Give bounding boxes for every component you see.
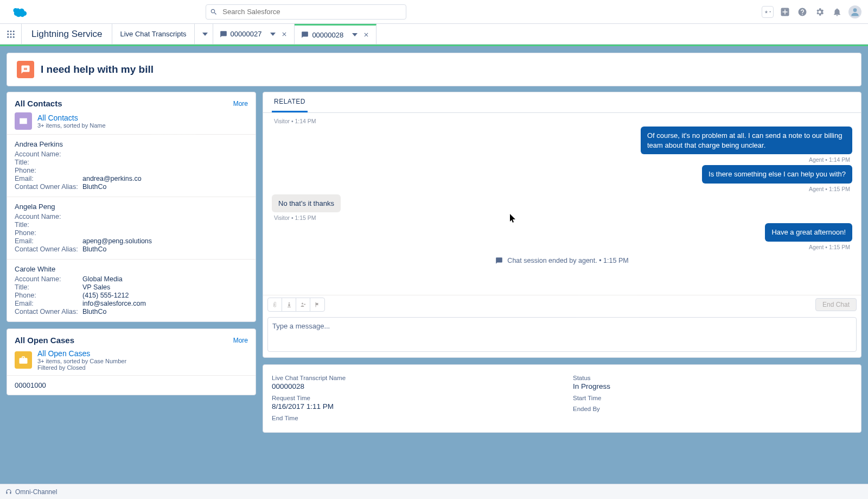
utility-item-omni[interactable]: Omni-Channel: [15, 488, 57, 496]
svg-point-10: [12, 36, 14, 37]
contact-name: Angela Peng: [15, 203, 248, 211]
cases-sub-title[interactable]: All Open Cases: [37, 349, 126, 358]
tab-related[interactable]: RELATED: [272, 92, 308, 112]
chat-message: Is there something else I can help you w…: [272, 165, 852, 184]
chat-meta: Agent • 1:14 PM: [272, 156, 850, 163]
global-search: [206, 4, 406, 20]
detail-label: Request Time: [272, 395, 551, 401]
notifications-bell-icon[interactable]: [831, 6, 843, 18]
app-launcher-icon[interactable]: [0, 24, 22, 44]
search-input[interactable]: [206, 4, 406, 20]
transcript-details: Live Chat Transcript Name00000028Request…: [263, 364, 861, 433]
session-end-text: Chat session ended by agent. • 1:15 PM: [507, 257, 628, 264]
detail-value: 8/16/2017 1:11 PM: [272, 402, 551, 410]
help-icon[interactable]: [796, 6, 808, 18]
more-link[interactable]: More: [233, 100, 248, 108]
svg-point-6: [10, 33, 11, 35]
salesforce-logo: [10, 5, 28, 18]
chat-message: No that's it thanks: [272, 194, 852, 213]
all-contacts-card: All Contacts More All Contacts 3+ items,…: [7, 92, 256, 322]
all-open-cases-card: All Open Cases More All Open Cases 3+ it…: [7, 329, 256, 395]
nav-dropdown[interactable]: [195, 24, 213, 44]
chat-ended-icon: [495, 257, 503, 264]
search-icon: [210, 8, 218, 16]
contact-name: Carole White: [15, 265, 248, 273]
svg-point-4: [12, 30, 14, 32]
detail-label: Status: [573, 375, 852, 381]
svg-point-1: [853, 8, 857, 12]
workspace-tab-00000027[interactable]: 00000027: [213, 24, 295, 44]
detail-label: Start Time: [573, 395, 852, 401]
setup-gear-icon[interactable]: [814, 6, 826, 18]
chat-meta: Agent • 1:15 PM: [272, 186, 850, 192]
workspace-tab-00000028[interactable]: 00000028: [295, 24, 376, 44]
chat-icon: [220, 30, 227, 38]
svg-point-8: [7, 36, 9, 37]
favorites-button[interactable]: [762, 6, 774, 18]
user-avatar[interactable]: [848, 5, 861, 18]
flag-icon[interactable]: [310, 298, 324, 311]
chevron-down-icon[interactable]: [352, 32, 358, 37]
contact-block[interactable]: Angela Peng Account Name: Title: Phone: …: [7, 197, 256, 259]
detail-value: In Progress: [573, 382, 852, 390]
svg-point-9: [10, 36, 11, 37]
card-title: All Open Cases: [15, 336, 74, 345]
close-icon[interactable]: [363, 31, 369, 38]
global-header: [0, 0, 868, 24]
detail-value: 00000028: [272, 382, 551, 390]
more-link[interactable]: More: [233, 337, 248, 344]
tab-label: 00000028: [312, 31, 343, 39]
end-chat-button[interactable]: End Chat: [815, 298, 857, 311]
detail-label: End Time: [272, 415, 551, 421]
svg-point-3: [10, 30, 11, 32]
chat-meta: Visitor • 1:15 PM: [274, 214, 852, 221]
svg-point-2: [7, 30, 9, 32]
chat-meta: Visitor • 1:14 PM: [274, 118, 852, 124]
svg-point-7: [12, 33, 14, 35]
cases-sort-line1: 3+ items, sorted by Case Number: [37, 358, 126, 364]
attach-icon[interactable]: [268, 298, 282, 311]
svg-point-5: [7, 33, 9, 35]
detail-label: Ended By: [573, 406, 852, 412]
contacts-sub-title[interactable]: All Contacts: [37, 113, 106, 122]
contact-block[interactable]: Andrea Perkins Account Name: Title: Phon…: [7, 134, 256, 197]
svg-point-11: [302, 303, 303, 305]
contacts-icon: [15, 112, 32, 130]
contacts-sort-line: 3+ items, sorted by Name: [37, 122, 106, 129]
chat-icon: [301, 31, 309, 39]
app-tabbar: Lightning Service Live Chat Transcripts …: [0, 24, 868, 45]
chat-input[interactable]: Type a message...: [267, 317, 857, 352]
raise-hand-icon[interactable]: [282, 298, 296, 311]
chat-message: Have a great afternoon!: [272, 223, 852, 242]
page-title: I need help with my bill: [41, 64, 154, 75]
session-end-line: Chat session ended by agent. • 1:15 PM: [272, 257, 852, 264]
tab-label: 00000027: [231, 30, 262, 38]
header-actions: [762, 5, 861, 18]
record-header: I need help with my bill: [7, 53, 861, 86]
contact-name: Andrea Perkins: [15, 140, 248, 148]
add-button[interactable]: [779, 6, 791, 18]
related-chat-card: RELATED Visitor • 1:14 PM Of course, it'…: [263, 92, 861, 358]
card-title: All Contacts: [15, 99, 62, 108]
utility-bar: Omni-Channel: [0, 484, 868, 499]
app-name: Lightning Service: [22, 24, 112, 44]
chevron-down-icon[interactable]: [270, 31, 276, 37]
transfer-icon[interactable]: [296, 298, 310, 311]
omni-channel-icon: [5, 489, 12, 495]
nav-label: Live Chat Transcripts: [120, 30, 186, 38]
live-chat-icon: [17, 61, 34, 78]
close-icon[interactable]: [281, 31, 288, 37]
cases-icon: [15, 351, 32, 369]
chat-message: Of course, it's no problem at all. I can…: [272, 127, 852, 154]
detail-label: Live Chat Transcript Name: [272, 375, 551, 381]
nav-live-chat-transcripts[interactable]: Live Chat Transcripts: [112, 24, 194, 44]
chat-toolbar: End Chat: [263, 295, 861, 314]
case-row[interactable]: 00001000: [7, 375, 256, 395]
page-body: I need help with my bill All Contacts Mo…: [0, 46, 868, 484]
chat-meta: Agent • 1:15 PM: [272, 244, 850, 250]
contact-block[interactable]: Carole White Account Name:Global Media T…: [7, 259, 256, 321]
cases-sort-line2: Filtered by Closed: [37, 364, 126, 371]
chat-transcript[interactable]: Visitor • 1:14 PM Of course, it's no pro…: [263, 113, 861, 295]
